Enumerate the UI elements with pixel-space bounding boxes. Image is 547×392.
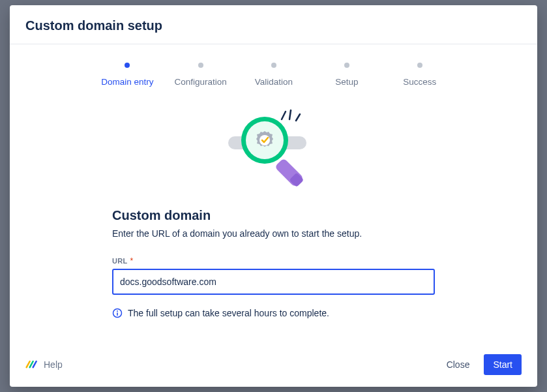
info-icon	[112, 308, 123, 318]
help-link[interactable]: Help	[25, 359, 63, 370]
gear-check-icon	[252, 127, 278, 153]
custom-domain-modal: Custom domain setup Domain entry Configu…	[10, 5, 537, 387]
step-configuration[interactable]: Configuration	[174, 63, 226, 87]
url-label-row: URL *	[112, 257, 435, 265]
setup-stepper: Domain entry Configuration Validation Se…	[25, 63, 522, 87]
svg-line-2	[289, 110, 291, 119]
spark-lines-icon	[279, 108, 301, 123]
svg-point-5	[117, 310, 118, 312]
section-heading: Custom domain	[112, 208, 435, 223]
step-validation[interactable]: Validation	[248, 63, 300, 87]
step-label: Setup	[335, 77, 358, 87]
section-description: Enter the URL of a domain you already ow…	[112, 228, 435, 239]
form-section: Custom domain Enter the URL of a domain …	[112, 208, 435, 318]
svg-rect-6	[117, 312, 118, 316]
info-note: The full setup can take several hours to…	[112, 308, 435, 318]
info-text: The full setup can take several hours to…	[128, 308, 329, 318]
footer-actions: Close Start	[437, 354, 522, 375]
step-dot-icon	[417, 63, 422, 68]
svg-line-3	[296, 114, 300, 121]
step-setup[interactable]: Setup	[321, 63, 373, 87]
magnifier-gear-illustration	[228, 105, 319, 190]
magnifier-lens-icon	[241, 117, 288, 164]
step-label: Configuration	[174, 77, 226, 87]
close-button[interactable]: Close	[437, 354, 479, 375]
url-input[interactable]	[112, 269, 435, 295]
step-label: Domain entry	[101, 77, 153, 87]
modal-header: Custom domain setup	[10, 5, 537, 44]
required-indicator: *	[130, 257, 134, 265]
step-dot-icon	[344, 63, 349, 68]
magnifier-handle-icon	[274, 158, 303, 187]
step-label: Validation	[255, 77, 293, 87]
url-field-label: URL	[112, 257, 128, 265]
illustration-container	[25, 105, 522, 190]
svg-line-1	[282, 112, 286, 119]
step-success[interactable]: Success	[394, 63, 446, 87]
help-label: Help	[44, 359, 63, 370]
step-dot-icon	[125, 63, 130, 68]
brand-logo-icon	[25, 359, 38, 370]
step-label: Success	[403, 77, 436, 87]
step-dot-icon	[271, 63, 276, 68]
step-domain-entry[interactable]: Domain entry	[101, 63, 153, 87]
step-dot-icon	[198, 63, 203, 68]
modal-body: Domain entry Configuration Validation Se…	[10, 44, 537, 342]
start-button[interactable]: Start	[484, 354, 522, 375]
modal-footer: Help Close Start	[10, 342, 537, 387]
modal-title: Custom domain setup	[25, 18, 522, 33]
